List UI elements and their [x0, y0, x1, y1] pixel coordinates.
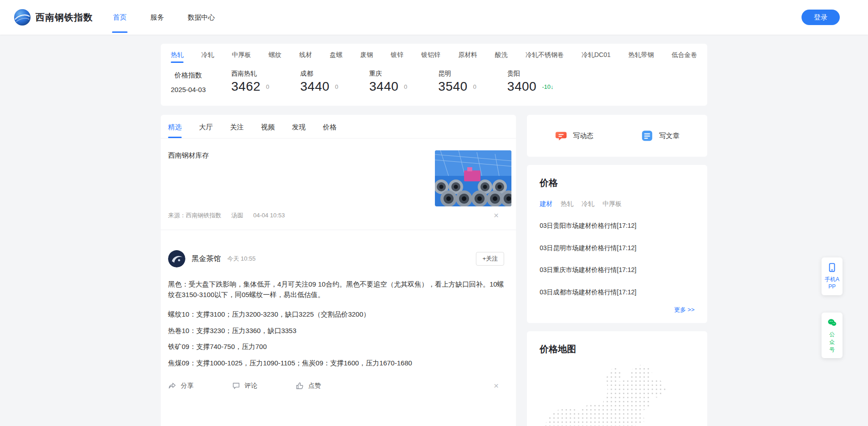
article-time: 04-04 10:53 — [253, 212, 285, 219]
post-paragraph: 黑色：受大盘下跌影响，集体低开，4月可关注09 10合约。黑色不要追空（尤其双焦… — [168, 279, 509, 300]
feed-tab-featured[interactable]: 精选 — [168, 123, 182, 138]
city-label: 成都 — [300, 70, 338, 78]
price-group-chengdu: 成都 3440 0 — [300, 70, 338, 94]
article-author[interactable]: 汤圆 — [231, 211, 243, 220]
top-navbar: 西南钢铁指数 首页 服务 数据中心 登录 — [0, 0, 868, 35]
feed-post: 黑金茶馆 今天 10:55 +关注 黑色：受大盘下跌影响，集体低开，4月可关注0… — [168, 230, 509, 400]
post-paragraph: 螺纹10：支撑3100；压力3200-3230，缺口3225（交割品价3200） — [168, 309, 509, 320]
wechat-official-button[interactable]: 公众号 — [822, 313, 842, 358]
price-tab-construction[interactable]: 建材 — [540, 200, 552, 208]
product-tab[interactable]: 镀锌 — [391, 51, 403, 65]
comment-icon — [232, 381, 240, 390]
product-tab[interactable]: 热轧 — [171, 51, 184, 65]
post-close-icon[interactable]: × — [494, 381, 499, 390]
article-meta: 来源：西南钢铁指数 汤圆 04-04 10:53 × — [168, 211, 509, 220]
price-change: 0 — [473, 83, 476, 90]
like-button[interactable]: 点赞 — [296, 381, 321, 390]
compose-card: 写动态 写文章 — [527, 115, 707, 157]
nav-item-services[interactable]: 服务 — [138, 0, 176, 35]
product-tab[interactable]: 废钢 — [360, 51, 373, 65]
product-tab[interactable]: 热轧带钢 — [628, 51, 654, 65]
price-news-item[interactable]: 03日贵阳市场建材价格行情[17:12] — [540, 221, 694, 231]
price-index-card: 热轧 冷轧 中厚板 螺纹 线材 盘螺 废钢 镀锌 镀铝锌 原材料 酸洗 冷轧不锈… — [161, 44, 707, 106]
price-tab-hot-rolled[interactable]: 热轧 — [561, 200, 573, 208]
write-moment-button[interactable]: 写动态 — [555, 129, 593, 142]
article-item[interactable]: 西南钢材库存 — [161, 139, 516, 230]
feed-tab-following[interactable]: 关注 — [230, 123, 244, 138]
comment-label: 评论 — [245, 382, 257, 390]
price-tab-plate[interactable]: 中厚板 — [602, 200, 622, 208]
feed-tabs: 精选 大厅 关注 视频 发现 价格 — [161, 115, 516, 139]
city-label: 昆明 — [438, 70, 476, 78]
wechat-official-label: 公众号 — [829, 331, 835, 353]
comment-button[interactable]: 评论 — [232, 381, 257, 390]
post-paragraph: 铁矿09：支撑740-750，压力700 — [168, 342, 509, 352]
write-moment-label: 写动态 — [573, 132, 593, 140]
price-value: 3400 — [507, 79, 536, 94]
product-tab[interactable]: 冷轧 — [201, 51, 214, 65]
feed-tab-hall[interactable]: 大厅 — [199, 123, 213, 138]
city-label: 贵阳 — [507, 70, 554, 78]
product-tab[interactable]: 酸洗 — [495, 51, 508, 65]
article-close-icon[interactable]: × — [494, 211, 499, 220]
city-label: 西南热轧 — [231, 70, 270, 78]
post-header: 黑金茶馆 今天 10:55 +关注 — [168, 250, 509, 267]
mobile-app-button[interactable]: 手机APP — [822, 257, 842, 295]
price-change: 0 — [335, 83, 338, 90]
price-card-tabs: 建材 热轧 冷轧 中厚板 — [540, 200, 694, 208]
nav-item-data-center[interactable]: 数据中心 — [176, 0, 227, 35]
product-tab[interactable]: 线材 — [299, 51, 312, 65]
share-label: 分享 — [181, 382, 194, 390]
price-value: 3440 — [300, 79, 329, 94]
price-group-guiyang: 贵阳 3400 -10↓ — [507, 70, 554, 94]
share-icon — [168, 381, 177, 390]
price-tab-cold-rolled[interactable]: 冷轧 — [582, 200, 594, 208]
megaphone-icon — [555, 129, 567, 142]
price-change-down: -10↓ — [542, 83, 553, 90]
price-news-item[interactable]: 03日成都市场建材价格行情[17:12] — [540, 288, 694, 297]
nav-item-home[interactable]: 首页 — [101, 0, 138, 35]
write-article-button[interactable]: 写文章 — [641, 129, 679, 142]
follow-button[interactable]: +关注 — [476, 252, 504, 266]
feed-card: 精选 大厅 关注 视频 发现 价格 西南钢材库存 — [161, 115, 516, 426]
mobile-app-label: 手机APP — [825, 276, 839, 290]
china-map-dots — [540, 363, 694, 426]
brand-name: 西南钢铁指数 — [36, 11, 93, 24]
user-avatar[interactable] — [168, 250, 185, 267]
price-change: 0 — [404, 83, 407, 90]
feed-tab-price[interactable]: 价格 — [323, 123, 337, 138]
product-tabs: 热轧 冷轧 中厚板 螺纹 线材 盘螺 废钢 镀锌 镀铝锌 原材料 酸洗 冷轧不锈… — [161, 44, 707, 65]
more-link[interactable]: 更多 >> — [540, 306, 694, 314]
post-paragraph: 焦煤09：支撑1000-1025，压力1090-1105；焦炭09：支撑1600… — [168, 358, 509, 369]
feed-tab-video[interactable]: 视频 — [261, 123, 275, 138]
brand[interactable]: 西南钢铁指数 — [14, 9, 93, 26]
article-thumbnail[interactable] — [435, 150, 511, 206]
main-nav: 首页 服务 数据中心 — [101, 0, 227, 35]
globe-logo-icon — [14, 9, 31, 26]
price-group-southwest: 西南热轧 3462 0 — [231, 70, 270, 94]
price-news-item[interactable]: 03日重庆市场建材价格行情[17:12] — [540, 266, 694, 275]
product-tab[interactable]: 原材料 — [458, 51, 477, 65]
article-source[interactable]: 来源：西南钢铁指数 — [168, 211, 221, 220]
feed-tab-discover[interactable]: 发现 — [292, 123, 306, 138]
price-news-card: 价格 建材 热轧 冷轧 中厚板 03日贵阳市场建材价格行情[17:12] 03日… — [527, 165, 707, 323]
price-index-date-value: 2025-04-03 — [171, 86, 206, 93]
price-card-title: 价格 — [540, 177, 694, 189]
product-tab[interactable]: 冷轧不锈钢卷 — [526, 51, 564, 65]
price-change: 0 — [266, 83, 269, 90]
share-button[interactable]: 分享 — [168, 381, 194, 390]
product-tab[interactable]: 冷轧DC01 — [582, 51, 611, 65]
product-tab[interactable]: 盘螺 — [330, 51, 342, 65]
product-tab[interactable]: 中厚板 — [232, 51, 251, 65]
product-tab[interactable]: 镀铝锌 — [421, 51, 440, 65]
write-article-label: 写文章 — [659, 132, 679, 140]
post-username[interactable]: 黑金茶馆 — [192, 254, 221, 264]
price-index-date: 价格指数 2025-04-03 — [171, 70, 206, 93]
login-button[interactable]: 登录 — [802, 10, 840, 25]
china-dot-map[interactable] — [540, 363, 694, 426]
price-news-item[interactable]: 03日昆明市场建材价格行情[17:12] — [540, 244, 694, 253]
product-tab[interactable]: 螺纹 — [269, 51, 281, 65]
price-value: 3540 — [438, 79, 467, 94]
city-label: 重庆 — [369, 70, 408, 78]
product-tab[interactable]: 低合金卷 — [672, 51, 697, 65]
